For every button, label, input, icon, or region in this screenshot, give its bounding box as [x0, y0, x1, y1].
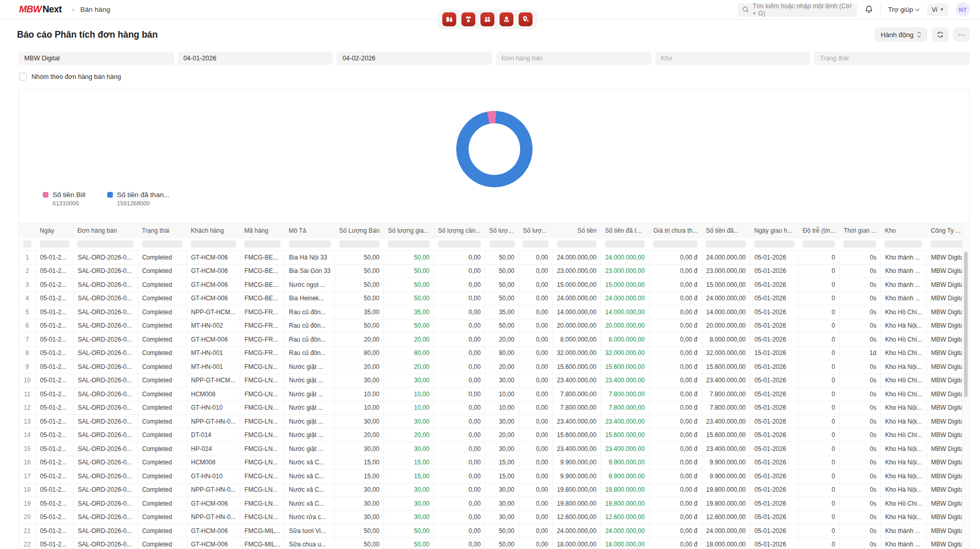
column-header[interactable]: Trạng thái — [138, 223, 187, 238]
column-filter-input[interactable] — [653, 240, 697, 248]
column-header[interactable]: Thời gian ... — [839, 223, 881, 238]
workflow-icon[interactable] — [461, 12, 475, 26]
customers-icon[interactable] — [480, 12, 494, 26]
legend-item[interactable]: Số tiền đã than... 1591268000 — [107, 191, 170, 206]
table-row[interactable]: 1505-01-2...SAL-ORD-2026-0...CompletedHP… — [19, 442, 969, 456]
column-header[interactable]: Số lượng cần... — [434, 223, 485, 238]
table-row[interactable]: 505-01-2...SAL-ORD-2026-0...CompletedNPP… — [19, 305, 969, 319]
column-header[interactable]: Số tiền đã t... — [601, 223, 649, 238]
column-header[interactable]: Số lượng gia... — [384, 223, 434, 238]
more-icon[interactable]: ⋯ — [953, 27, 970, 42]
help-menu[interactable]: Trợ giúp — [888, 6, 920, 13]
column-filter-input[interactable] — [557, 240, 597, 248]
table-row[interactable]: 705-01-2...SAL-ORD-2026-0...CompletedGT-… — [19, 333, 969, 347]
column-filter-input[interactable] — [388, 240, 429, 248]
column-filter-input[interactable] — [77, 240, 134, 248]
table-row[interactable]: 105-01-2...SAL-ORD-2026-0...CompletedGT-… — [19, 251, 969, 265]
sales-order-filter[interactable]: Đơn hàng bán — [496, 52, 652, 65]
donut-chart[interactable] — [456, 111, 533, 187]
refresh-icon[interactable] — [932, 27, 949, 42]
warehouse-filter[interactable]: Kho — [655, 52, 811, 65]
table-row[interactable]: 1605-01-2...SAL-ORD-2026-0...CompletedHC… — [19, 456, 969, 470]
table-cell: 15.600.000,00 — [553, 360, 601, 374]
table-row[interactable]: 405-01-2...SAL-ORD-2026-0...CompletedGT-… — [19, 292, 969, 305]
table-row[interactable]: 1005-01-2...SAL-ORD-2026-0...CompletedNP… — [19, 374, 969, 387]
products-icon[interactable] — [442, 12, 456, 26]
column-header[interactable]: Số tiền — [553, 223, 601, 238]
column-filter-input[interactable] — [605, 240, 645, 248]
column-filter-input[interactable] — [754, 240, 794, 248]
table-row[interactable]: 1105-01-2...SAL-ORD-2026-0...CompletedHC… — [19, 387, 969, 401]
search-input[interactable]: Tìm kiếm hoặc nhập một lệnh (Ctrl + G) — [738, 3, 857, 17]
table-cell: 0,00 — [519, 470, 552, 483]
breadcrumb[interactable]: Bán hàng — [80, 6, 110, 13]
billing-icon[interactable] — [500, 12, 513, 26]
user-avatar[interactable]: NT — [956, 3, 970, 17]
to-date-filter[interactable]: 04-02-2026 — [337, 52, 492, 65]
table-cell: 0s — [839, 305, 881, 319]
column-filter-input[interactable] — [142, 240, 182, 248]
column-header[interactable]: Số lượ... — [519, 223, 552, 238]
company-filter[interactable]: MBW Digital — [19, 52, 174, 65]
table-cell: NPP-GT-HN-0... — [187, 415, 240, 429]
app-logo[interactable]: MBW Next — [19, 4, 62, 15]
table-row[interactable]: 805-01-2...SAL-ORD-2026-0...CompletedMT-… — [19, 346, 969, 360]
table-row[interactable]: 1805-01-2...SAL-ORD-2026-0...CompletedNP… — [19, 483, 969, 497]
column-header[interactable]: Mã hàng — [240, 223, 285, 238]
table-cell: FMCG-LN... — [240, 470, 285, 483]
column-filter-input[interactable] — [885, 240, 922, 248]
column-filter-input[interactable] — [489, 240, 514, 248]
group-by-order-checkbox[interactable] — [19, 73, 27, 80]
table-row[interactable]: 1405-01-2...SAL-ORD-2026-0...CompletedDT… — [19, 428, 969, 442]
column-header[interactable]: Giá trị chưa th... — [649, 223, 702, 238]
from-date-filter[interactable]: 04-01-2026 — [178, 52, 334, 65]
table-row[interactable]: 1905-01-2...SAL-ORD-2026-0...CompletedGT… — [19, 497, 969, 511]
column-filter-input[interactable] — [438, 240, 481, 248]
table-row[interactable]: 1705-01-2...SAL-ORD-2026-0...CompletedGT… — [19, 470, 969, 483]
column-filter-input[interactable] — [931, 240, 965, 248]
table-cell: 0,00 — [434, 456, 485, 470]
column-header[interactable]: Kho — [881, 223, 926, 238]
column-header[interactable]: Khách hàng — [187, 223, 240, 238]
actions-button[interactable]: Hành động — [874, 27, 927, 42]
location-icon[interactable] — [519, 12, 533, 26]
column-header[interactable]: Số Lượng Bán — [335, 223, 384, 238]
table-cell: 0,00 — [434, 333, 485, 347]
column-filter-input[interactable] — [843, 240, 876, 248]
column-filter-input[interactable] — [706, 240, 746, 248]
column-header[interactable]: Mô Tả — [285, 223, 335, 238]
column-header[interactable]: Đơn hàng bán — [73, 223, 138, 238]
table-cell: 23.400.000,00 — [702, 374, 750, 387]
column-header[interactable]: Số lượ... — [485, 223, 519, 238]
table-cell: 50,00 — [335, 278, 384, 292]
table-row[interactable]: 905-01-2...SAL-ORD-2026-0...CompletedMT-… — [19, 360, 969, 374]
column-filter-input[interactable] — [40, 240, 69, 248]
legend-item[interactable]: Số tiền Bill 61310000 — [43, 191, 86, 206]
column-header[interactable]: Độ trễ (tín... — [799, 223, 839, 238]
table-row[interactable]: 2005-01-2...SAL-ORD-2026-0...CompletedNP… — [19, 510, 969, 524]
column-filter-input[interactable] — [244, 240, 280, 248]
column-filter-input[interactable] — [339, 240, 380, 248]
language-selector[interactable]: Vi ▼ — [927, 4, 949, 16]
column-filter-input[interactable] — [191, 240, 236, 248]
table-row[interactable]: 205-01-2...SAL-ORD-2026-0...CompletedGT-… — [19, 264, 969, 278]
column-filter-input[interactable] — [803, 240, 835, 248]
table-row[interactable]: 605-01-2...SAL-ORD-2026-0...CompletedMT-… — [19, 319, 969, 333]
notification-bell-icon[interactable] — [865, 5, 873, 14]
column-filter-input[interactable] — [523, 240, 548, 248]
column-header[interactable]: Ngày — [36, 223, 73, 238]
column-header[interactable]: Ngày giao h... — [750, 223, 799, 238]
vertical-scrollbar[interactable] — [962, 223, 969, 548]
column-filter-input[interactable] — [289, 240, 331, 248]
table-row[interactable]: 1205-01-2...SAL-ORD-2026-0...CompletedGT… — [19, 401, 969, 415]
table-row[interactable]: 1305-01-2...SAL-ORD-2026-0...CompletedNP… — [19, 415, 969, 429]
column-header[interactable]: Số tiền đã... — [702, 223, 750, 238]
status-filter[interactable]: Trạng thái — [814, 52, 970, 65]
table-row[interactable]: 2205-01-2...SAL-ORD-2026-0...CompletedGT… — [19, 538, 969, 549]
scrollbar-thumb[interactable] — [964, 252, 968, 397]
table-row[interactable]: 2105-01-2...SAL-ORD-2026-0...CompletedGT… — [19, 524, 969, 538]
column-header[interactable] — [19, 223, 36, 238]
table-row[interactable]: 305-01-2...SAL-ORD-2026-0...CompletedGT-… — [19, 278, 969, 292]
column-filter-input[interactable] — [23, 240, 31, 248]
table-cell: 7.800.000,00 — [553, 401, 601, 415]
